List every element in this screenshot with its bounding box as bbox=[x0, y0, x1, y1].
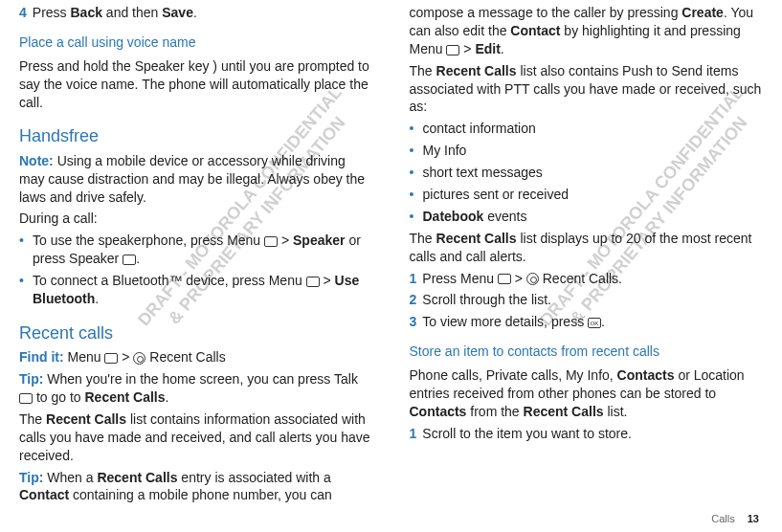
tip-label: Tip: bbox=[19, 470, 43, 485]
store-paragraph: Phone calls, Private calls, My Info, Con… bbox=[410, 366, 764, 421]
step-4: 4Press Back and then Save. bbox=[19, 4, 373, 22]
list-item: short text messages bbox=[410, 164, 764, 182]
store-step-1: 1Scroll to the item you want to store. bbox=[410, 425, 764, 443]
heading-recent-calls: Recent calls bbox=[19, 321, 373, 344]
tip-label: Tip: bbox=[19, 371, 43, 387]
left-column: 4Press Back and then Save. Place a call … bbox=[19, 0, 373, 508]
step-number: 2 bbox=[410, 292, 417, 307]
step-number: 3 bbox=[410, 314, 417, 329]
speaker-key-icon bbox=[123, 255, 136, 265]
footer-section: Calls bbox=[711, 513, 734, 524]
list-item: pictures sent or received bbox=[410, 186, 764, 204]
step-3: 3To view more details, press . bbox=[410, 313, 764, 331]
step-2: 2Scroll through the list. bbox=[410, 291, 764, 309]
recent-20-paragraph: The Recent Calls list displays up to 20 … bbox=[410, 230, 764, 266]
menu-icon bbox=[446, 45, 459, 55]
talk-key-icon bbox=[19, 393, 33, 404]
bullet-bluetooth: To connect a Bluetooth™ device, press Me… bbox=[19, 272, 373, 308]
recent-ptt-paragraph: The Recent Calls list also contains Push… bbox=[410, 62, 764, 117]
handsfree-bullets: To use the speakerphone, press Menu > Sp… bbox=[19, 232, 373, 308]
tip-1: Tip: When you're in the home screen, you… bbox=[19, 370, 373, 407]
bullet-speaker: To use the speakerphone, press Menu > Sp… bbox=[19, 232, 373, 268]
ok-key-icon bbox=[588, 318, 601, 328]
heading-store-item: Store an item to contacts from recent ca… bbox=[410, 343, 764, 361]
menu-icon bbox=[498, 274, 511, 284]
step-number: 1 bbox=[410, 271, 417, 286]
list-item: Datebook events bbox=[410, 208, 764, 226]
step-1: 1Press Menu > Recent Calls. bbox=[410, 270, 764, 288]
during-call-label: During a call: bbox=[19, 210, 373, 228]
recent-calls-desc: The Recent Calls list contains informati… bbox=[19, 410, 373, 465]
page-number: 13 bbox=[748, 513, 759, 524]
menu-icon bbox=[306, 277, 320, 287]
right-column: compose a message to the caller by press… bbox=[410, 0, 764, 508]
menu-icon bbox=[104, 353, 118, 364]
list-item: contact information bbox=[410, 120, 764, 138]
find-it-line: Find it: Menu > Recent Calls bbox=[19, 348, 373, 366]
ptt-items-list: contact information My Info short text m… bbox=[410, 120, 764, 225]
recent-calls-icon bbox=[133, 352, 145, 365]
heading-voice-name: Place a call using voice name bbox=[19, 33, 373, 52]
compose-paragraph: compose a message to the caller by press… bbox=[410, 4, 764, 58]
recent-calls-icon bbox=[526, 273, 539, 285]
page-footer: Calls 13 bbox=[711, 513, 759, 524]
list-item: My Info bbox=[410, 142, 764, 160]
tip-2: Tip: When a Recent Calls entry is associ… bbox=[19, 469, 373, 505]
note-label: Note: bbox=[19, 153, 54, 168]
step-number: 1 bbox=[410, 426, 417, 441]
menu-icon bbox=[264, 236, 278, 247]
heading-handsfree: Handsfree bbox=[19, 124, 373, 147]
step-number: 4 bbox=[19, 5, 27, 20]
note-paragraph: Note: Using a mobile device or accessory… bbox=[19, 152, 373, 207]
find-it-label: Find it: bbox=[19, 349, 64, 365]
voice-name-paragraph: Press and hold the Speaker key ) until y… bbox=[19, 57, 373, 112]
